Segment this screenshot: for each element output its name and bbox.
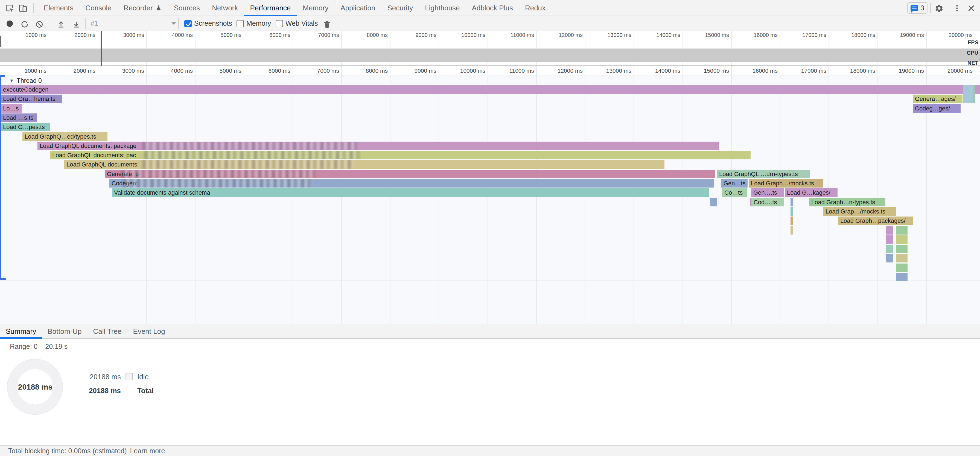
flame-bar-label: executeCodegen <box>3 86 48 93</box>
flame-bar[interactable] <box>973 85 975 103</box>
thread-header[interactable]: ▼ Thread 0 <box>9 77 42 84</box>
memory-checkbox-label: Memory <box>247 16 271 31</box>
flame-bar-lo-s[interactable]: Lo…s <box>1 104 22 113</box>
tab-label: Memory <box>303 4 328 12</box>
tab-label: Security <box>387 4 413 12</box>
tab-bottom-up[interactable]: Bottom-Up <box>42 324 87 339</box>
tab-adblock-plus[interactable]: Adblock Plus <box>466 0 519 16</box>
flame-bar-cod-ts[interactable]: Cod….ts <box>751 198 784 207</box>
flame-bar-load-g-kages[interactable]: Load G…kages/ <box>785 188 838 197</box>
tab-redux[interactable]: Redux <box>519 0 552 16</box>
redacted-text <box>142 160 353 169</box>
flame-bar[interactable] <box>896 273 908 281</box>
flame-bar[interactable] <box>791 198 793 207</box>
tab-security[interactable]: Security <box>381 0 419 16</box>
flask-icon <box>155 5 162 11</box>
flame-bar[interactable] <box>886 254 893 262</box>
flame-bar-load-graphql-documents-pac[interactable]: Load GraphQL documents: pac <box>50 151 751 159</box>
tab-console[interactable]: Console <box>79 0 117 16</box>
flame-bar-load-graphq-ed-types-ts[interactable]: Load GraphQ…ed/types.ts <box>22 132 107 141</box>
flame-bar[interactable] <box>886 235 893 244</box>
tab-performance[interactable]: Performance <box>244 0 297 16</box>
flame-bar[interactable] <box>896 226 908 235</box>
reload-and-record-icon[interactable] <box>20 19 30 29</box>
tab-lighthouse[interactable]: Lighthouse <box>419 0 466 16</box>
tab-network[interactable]: Network <box>206 0 244 16</box>
tabbar-divider-right <box>930 3 931 13</box>
toolbar-divider-3 <box>178 18 179 29</box>
flame-bar[interactable] <box>886 226 893 235</box>
ruler-tick-label: 1000 ms <box>3 32 46 38</box>
import-profile-icon[interactable] <box>56 19 66 29</box>
flame-bar-gen-ts[interactable]: Gen….ts <box>751 188 784 197</box>
flame-bar-generate-p[interactable]: Generate: p <box>105 170 715 178</box>
flame-bar[interactable] <box>791 207 793 216</box>
flame-bar-co-ts[interactable]: Co…ts <box>722 188 747 197</box>
flame-bar-codegen[interactable]: Codegen: <box>110 179 714 187</box>
history-select[interactable]: #1 <box>91 16 176 31</box>
tab-memory[interactable]: Memory <box>297 0 334 16</box>
web-vitals-checkbox[interactable] <box>275 20 283 27</box>
device-toolbar-icon[interactable] <box>18 3 28 13</box>
inspect-element-icon[interactable] <box>5 3 15 13</box>
trash-icon[interactable] <box>322 19 332 29</box>
learn-more-link[interactable]: Learn more <box>130 447 165 455</box>
performance-toolbar: #1 ScreenshotsMemoryWeb Vitals <box>0 16 980 31</box>
flame-bar[interactable] <box>886 245 893 253</box>
tab-recorder[interactable]: Recorder <box>118 0 168 16</box>
tab-call-tree[interactable]: Call Tree <box>88 324 127 339</box>
chevron-down-icon <box>172 22 176 27</box>
flame-bar-genera-ages[interactable]: Genera…ages/ <box>913 95 963 103</box>
flame-bar[interactable] <box>791 226 793 235</box>
range-label: Range: 0 – 20.19 s <box>10 343 68 351</box>
clear-recording-icon[interactable] <box>35 19 44 29</box>
lane-label-net: NET <box>967 60 978 66</box>
flame-bar[interactable] <box>963 85 973 103</box>
flame-bar-executecodegen[interactable]: executeCodegen <box>1 85 980 94</box>
flame-bar-codeg-ges[interactable]: Codeg…ges/ <box>913 104 961 113</box>
flame-bar-gen-ts[interactable]: Gen…ts <box>721 179 748 187</box>
flame-chart-pane[interactable]: 1000 ms2000 ms3000 ms4000 ms5000 ms6000 … <box>0 66 980 324</box>
record-icon[interactable] <box>6 21 13 27</box>
tab-event-log[interactable]: Event Log <box>127 324 171 339</box>
tab-label: Sources <box>174 4 200 12</box>
flame-bar-validate-documents-against-schema[interactable]: Validate documents against schema <box>112 188 709 197</box>
screenshots-checkbox-label: Screenshots <box>194 16 232 31</box>
flame-bar[interactable] <box>791 216 793 225</box>
more-options-kebab-icon[interactable] <box>952 3 962 13</box>
flame-bar-load-s-ts[interactable]: Load …s.ts <box>1 113 37 122</box>
flame-bar-load-graphql-urn-types-ts[interactable]: Load GraphQL …urn-types.ts <box>717 170 810 178</box>
flame-bar[interactable] <box>896 235 908 244</box>
export-profile-icon[interactable] <box>72 19 81 29</box>
flame-bar-load-graphql-documents[interactable]: Load GraphQL documents: <box>64 160 665 169</box>
flame-bar[interactable] <box>896 254 908 262</box>
redacted-text <box>123 179 312 187</box>
ruler-tick-label: 18000 ms <box>832 68 875 74</box>
flame-bar-load-graph-mocks-ts[interactable]: Load Graph…/mocks.ts <box>749 179 823 187</box>
timeline-overview[interactable]: 1000 ms2000 ms3000 ms4000 ms5000 ms6000 … <box>0 31 980 66</box>
memory-checkbox[interactable] <box>237 20 244 27</box>
flame-bar-load-graph-packages[interactable]: Load Graph…packages/ <box>838 216 913 225</box>
screenshots-checkbox[interactable] <box>184 20 192 27</box>
overview-playhead[interactable] <box>100 31 102 66</box>
total-blocking-time-text: Total blocking time: 0.00ms (estimated) <box>8 447 127 455</box>
ruler-tick-label: 10000 ms <box>442 32 485 38</box>
flame-bar-load-graph-n-types-ts[interactable]: Load Graph…n-types.ts <box>809 198 885 207</box>
devtools-tabbar: ElementsConsoleRecorderSourcesNetworkPer… <box>0 0 980 16</box>
issues-button[interactable]: 3 <box>907 2 928 14</box>
flame-bar-load-gra-hema-ts[interactable]: Load Gra…hema.ts <box>1 95 62 103</box>
close-devtools-icon[interactable] <box>966 3 976 13</box>
tab-application[interactable]: Application <box>334 0 381 16</box>
flame-bar-load-grap-mocks-ts[interactable]: Load Grap…/mocks.ts <box>823 207 896 216</box>
tab-elements[interactable]: Elements <box>38 0 79 16</box>
flame-bar-load-g-pes-ts[interactable]: Load G…pes.ts <box>1 123 50 131</box>
settings-gear-icon[interactable] <box>934 3 944 13</box>
flame-bar[interactable] <box>710 198 717 207</box>
ruler-tick-label: 2000 ms <box>52 68 95 74</box>
tab-sources[interactable]: Sources <box>168 0 206 16</box>
flame-bar[interactable] <box>896 245 908 253</box>
ruler-tick-label: 13000 ms <box>588 68 632 74</box>
flame-bar-load-graphql-documents-package[interactable]: Load GraphQL documents: package <box>37 141 719 150</box>
flame-bar[interactable] <box>896 264 908 272</box>
tab-summary[interactable]: Summary <box>0 324 42 339</box>
